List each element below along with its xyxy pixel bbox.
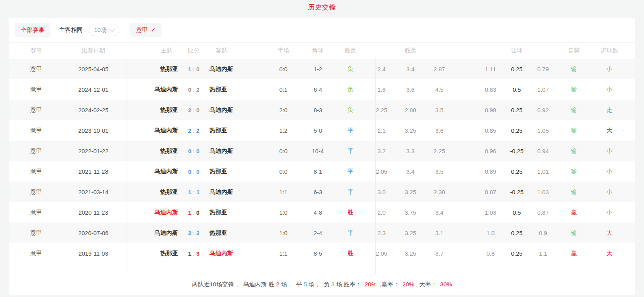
summary-segment: 5	[304, 281, 307, 288]
odds-value: 2.87	[425, 66, 454, 72]
league-cell: 意甲	[9, 250, 64, 257]
home-score: 1	[188, 250, 191, 257]
handicap-line: 0.25	[504, 107, 530, 113]
odds-value: 2.3	[367, 230, 396, 236]
odds-value: 3.5	[425, 168, 454, 175]
table-row[interactable]: 意甲2024-12-01乌迪内斯0 : 2热那亚0:16-4负1.83.64.5…	[9, 79, 635, 100]
away-score: 2	[196, 230, 199, 236]
home-score: 1	[188, 189, 191, 195]
result-cell: 平	[334, 147, 367, 155]
home-team-cell: 乌迪内斯	[123, 229, 178, 237]
away-team-name: 乌迪内斯	[210, 65, 233, 72]
table-row[interactable]: 意甲2023-10-01乌迪内斯2 : 2热那亚1:25-0平2.13.253.…	[9, 120, 635, 141]
table-row[interactable]: 意甲2021-03-14热那亚1 : 1乌迪内斯1:16-3平3.03.252.…	[9, 182, 635, 202]
euro-odds-cell: 2.13.253.6	[367, 127, 454, 134]
goals-cell: 大	[592, 250, 627, 257]
handicap-odds-cell: 0.890.251.01	[477, 168, 556, 175]
league-cell: 意甲	[9, 127, 64, 134]
header-date: 比赛日期	[64, 47, 123, 54]
handicap-odds-cell: 1.030.50.87	[477, 209, 556, 216]
score-cell: 0 : 2	[178, 86, 210, 93]
trend-cell: 输	[556, 106, 592, 114]
header-league: 赛事	[9, 47, 64, 54]
away-team-name: 热那亚	[210, 209, 227, 215]
date-cell: 2021-03-14	[64, 189, 123, 195]
table-row[interactable]: 意甲2022-01-22热那亚0 : 0乌迪内斯0:010-4平3.23.32.…	[9, 141, 635, 161]
chevron-down-icon	[109, 27, 115, 32]
column-divider	[375, 58, 376, 274]
odds-value: 2.1	[367, 127, 396, 134]
handicap-line: 0.25	[504, 250, 530, 257]
home-score: 0	[188, 86, 191, 93]
away-score: 2	[196, 127, 199, 134]
score-cell: 2 : 2	[178, 127, 210, 134]
away-score: 1	[196, 189, 199, 195]
home-team-name: 热那亚	[160, 147, 178, 154]
score-separator: :	[191, 168, 197, 175]
away-team-cell: 乌迪内斯	[210, 106, 265, 114]
league-filter-label: 意甲	[136, 26, 148, 34]
handicap-odds-cell: 0.96-0.250.94	[477, 148, 556, 154]
euro-odds-cell: 2.252.883.5	[367, 107, 454, 113]
filter-all-competitions-button[interactable]: 全部赛事	[15, 23, 50, 37]
handicap-odds-value: 1.03	[530, 189, 556, 195]
summary-segment: ,赢率：	[377, 281, 403, 288]
home-score: 2	[188, 127, 191, 134]
league-cell: 意甲	[9, 86, 64, 93]
odds-value: 2.05	[367, 168, 396, 175]
filter-league-button[interactable]: 意甲 ✓	[130, 23, 162, 37]
result-cell: 负	[334, 86, 367, 93]
column-divider	[126, 58, 126, 274]
table-row[interactable]: 意甲2024-02-25热那亚2 : 0乌迪内斯2:08-3负2.252.883…	[9, 100, 635, 120]
score-cell: 0 : 0	[178, 148, 210, 154]
result-cell: 胜	[334, 250, 367, 257]
header-half-time: 半场	[265, 47, 302, 54]
home-team-cell: 热那亚	[123, 188, 178, 196]
score-cell: 1 : 1	[178, 189, 210, 195]
home-team-name: 乌迪内斯	[154, 168, 178, 174]
filter-bar: 全部赛事 主客相同 10场 意甲 ✓	[9, 18, 635, 42]
handicap-odds-value: 1.1	[530, 250, 556, 257]
table-row[interactable]: 意甲2020-07-06乌迪内斯2 : 2热那亚1:02-4平2.33.253.…	[9, 223, 635, 243]
trend-cell: 输	[556, 65, 592, 73]
corners-cell: 1-2	[302, 66, 334, 72]
match-count-select[interactable]: 10场	[89, 24, 119, 36]
summary-text: 两队近10场交锋， 乌迪内斯 胜 2 场， 平 5 场， 负 3 场,胜率： 2…	[192, 281, 452, 288]
date-cell: 2021-11-28	[64, 168, 123, 175]
filter-same-home-away[interactable]: 主客相同	[59, 26, 83, 34]
score-separator: :	[191, 209, 197, 216]
half-time-cell: 0:0	[265, 66, 302, 72]
odds-value: 2.38	[425, 189, 454, 195]
date-cell: 2020-11-23	[64, 209, 123, 216]
table-row[interactable]: 意甲2021-11-28乌迪内斯0 : 0热那亚0:08-1平2.053.43.…	[9, 161, 635, 182]
table-row[interactable]: 意甲2020-11-23乌迪内斯1 : 0热那亚1:04-8胜2.03.753.…	[9, 202, 635, 223]
score-separator: :	[191, 250, 197, 257]
header-score: 比分	[178, 47, 210, 54]
handicap-odds-value: 0.83	[477, 86, 504, 93]
table-row[interactable]: 意甲2025-04-05热那亚1 : 0乌迪内斯0:01-2负2.43.42.8…	[9, 59, 635, 79]
score-separator: :	[191, 107, 197, 113]
home-team-name: 乌迪内斯	[154, 229, 178, 236]
away-team-cell: 热那亚	[210, 168, 265, 175]
table-row[interactable]: 意甲2019-11-03热那亚1 : 3乌迪内斯1:18-5胜2.053.253…	[9, 243, 635, 264]
odds-value: 3.3	[396, 148, 425, 154]
league-cell: 意甲	[9, 147, 64, 155]
summary-segment: 20%	[403, 281, 414, 288]
goals-cell: 小	[592, 65, 627, 73]
result-cell: 负	[334, 106, 367, 114]
odds-value: 2.25	[425, 148, 454, 154]
table-header: 赛事 比赛日期 主队 比分 客队 半场 角球 胜负 胜负 让球 走势 进球数	[9, 42, 635, 59]
home-team-name: 热那亚	[160, 65, 178, 72]
half-time-cell: 1:2	[265, 127, 302, 134]
date-cell: 2020-07-06	[64, 230, 123, 236]
summary-footer: 两队近10场交锋， 乌迪内斯 胜 2 场， 平 5 场， 负 3 场,胜率： 2…	[9, 274, 635, 295]
handicap-odds-cell: 0.850.251.05	[477, 127, 556, 134]
result-cell: 平	[334, 168, 367, 175]
away-team-name: 热那亚	[210, 229, 227, 236]
home-score: 2	[188, 107, 191, 113]
away-score: 0	[196, 148, 199, 154]
euro-odds-cell: 2.43.42.87	[367, 66, 454, 72]
half-time-cell: 0:0	[265, 168, 302, 175]
trend-cell: 赢	[556, 209, 592, 216]
handicap-odds-value: 1.0	[477, 230, 504, 236]
